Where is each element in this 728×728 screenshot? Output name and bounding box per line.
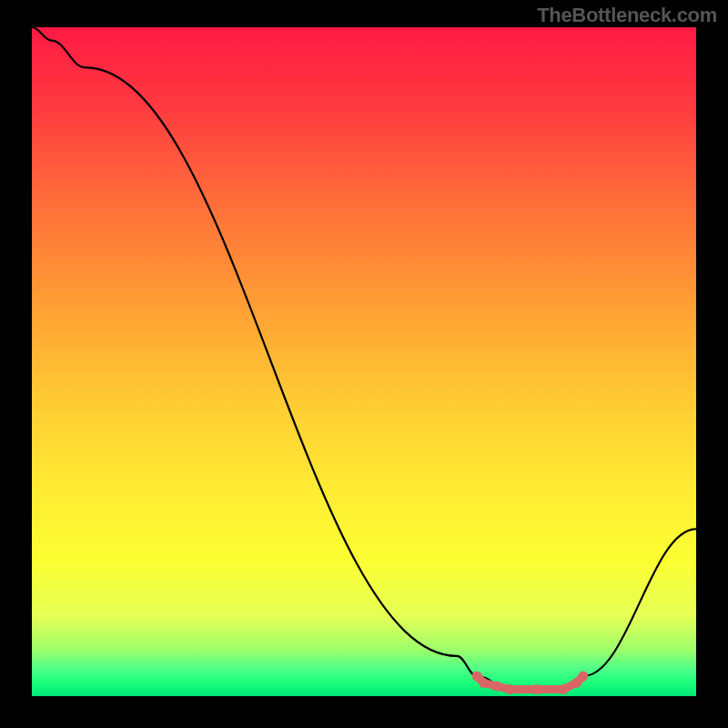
optimal-marker — [578, 672, 588, 682]
optimal-marker — [531, 684, 541, 694]
curve-svg — [32, 27, 696, 696]
optimal-marker — [505, 684, 515, 694]
chart-container: TheBottleneck.com — [0, 0, 728, 728]
optimal-marker — [479, 678, 489, 688]
optimal-marker — [492, 682, 502, 692]
optimal-marker — [559, 684, 569, 694]
bottleneck-curve-path — [32, 27, 696, 690]
attribution-text: TheBottleneck.com — [537, 4, 717, 27]
plot-area — [32, 27, 696, 696]
optimal-range-markers — [472, 672, 589, 695]
